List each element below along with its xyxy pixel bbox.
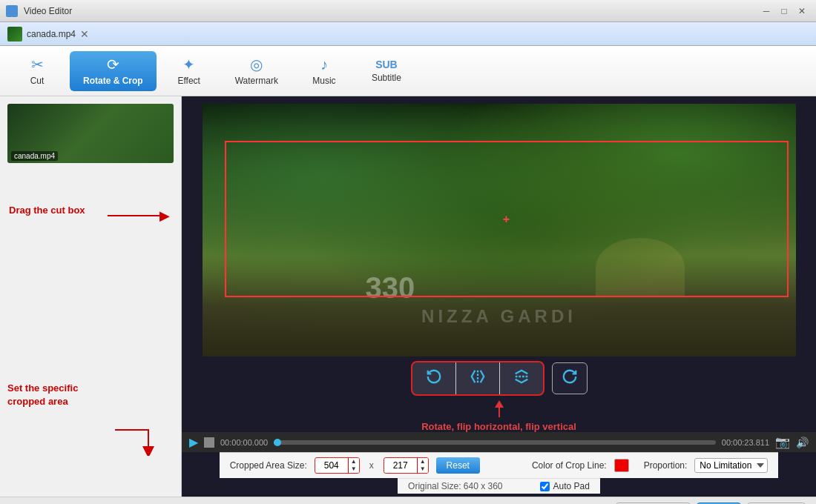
width-input[interactable] [315,459,348,472]
crop-annotation-text: Set the specificcropped area [7,382,78,408]
window-controls: ─ □ ✕ [758,3,810,19]
thumbnail-label: canada.mp4 [11,151,58,161]
rotate-annotation-area: Rotate, flip horizontal, flip vertical [421,399,576,432]
reset-button[interactable]: Reset [436,457,480,474]
video-area: 330 NIZZA GARDI + [182,96,816,497]
tab-subtitle-label: Subtitle [372,73,401,83]
tab-watermark-label: Watermark [235,76,278,86]
original-size-label: Original Size: 640 x 360 [408,481,502,491]
video-container[interactable]: 330 NIZZA GARDI + [203,104,796,357]
tab-cut-label: Cut [30,76,45,86]
file-tab-name[interactable]: canada.mp4 [27,29,76,39]
tab-watermark[interactable]: ◎ Watermark [222,51,292,91]
rotate-button-row [411,361,588,396]
rotate-crop-icon: ⟳ [107,56,119,73]
rotate-ccw-button[interactable] [412,362,456,394]
screenshot-icon[interactable]: 📷 [775,435,790,449]
tab-music-label: Music [312,76,335,86]
umbrella-shape [596,238,685,297]
tab-cut[interactable]: ✂ Cut [7,51,67,91]
height-spinbox-arrows: ▲ ▼ [417,458,428,473]
tab-music[interactable]: ♪ Music [295,51,354,91]
video-number: 330 [366,271,415,305]
proportion-label: Proportion: [644,460,688,471]
flip-horizontal-button[interactable] [456,362,500,394]
play-button[interactable]: ▶ [189,435,198,449]
flip-vertical-button[interactable] [500,362,543,394]
playback-bar: ▶ 00:00:00.000 00:00:23.811 📷 🔊 [182,432,816,452]
file-thumbnail [7,27,22,42]
height-spinbox[interactable]: ▲ ▼ [384,457,429,474]
rotate-button-group [411,361,544,396]
timeline[interactable] [274,440,716,445]
time-end: 00:00:23.811 [722,438,769,447]
rotate-controls-area: Rotate, flip horizontal, flip vertical [411,361,588,432]
tab-effect-label: Effect [177,76,200,86]
stop-button[interactable] [204,437,214,448]
file-tab-row: canada.mp4 ✕ [0,22,816,46]
sidebar: canada.mp4 Drag the cut box ▶ Set the sp… [0,96,182,497]
tab-effect[interactable]: ✦ Effect [159,51,219,91]
crop-color-picker[interactable] [614,459,629,472]
drag-arrow: ▶ [108,208,170,224]
tab-rotate-crop-label: Rotate & Crop [83,76,143,86]
rotate-cw-button[interactable] [552,362,588,394]
rotate-arrow-indicator [492,399,507,421]
timeline-thumb[interactable] [274,439,281,446]
app-icon [6,5,18,17]
crop-annotation: Set the specificcropped area [7,382,78,408]
rotate-annotation-text: Rotate, flip horizontal, flip vertical [421,421,576,432]
autopad-row: Auto Pad [540,481,590,491]
footer: Apply to Apply to All OK Cancel [0,497,816,504]
width-spinbox[interactable]: ▲ ▼ [315,457,360,474]
close-button[interactable]: ✕ [794,3,810,19]
height-input[interactable] [384,459,417,472]
color-label: Color of Crop Line: [532,460,607,471]
video-watermark: NIZZA GARDI [421,306,576,327]
tab-bar: ✂ Cut ⟳ Rotate & Crop ✦ Effect ◎ Waterma… [0,46,816,96]
secondary-controls: Original Size: 640 x 360 Auto Pad [398,478,600,494]
cropped-area-label: Cropped Area Size: [230,460,307,471]
cut-icon: ✂ [31,56,44,73]
main-layout: canada.mp4 Drag the cut box ▶ Set the sp… [0,96,816,497]
autopad-label: Auto Pad [553,481,590,491]
maximize-button[interactable]: □ [776,3,792,19]
height-up-button[interactable]: ▲ [418,458,428,465]
drag-annotation-text: Drag the cut box [9,205,85,216]
volume-icon[interactable]: 🔊 [796,437,809,448]
sidebar-thumbnail: canada.mp4 [7,104,174,163]
time-current: 00:00:00.000 [220,438,268,447]
x-separator: x [369,460,374,471]
bottom-controls: Cropped Area Size: ▲ ▼ x ▲ ▼ Reset Color… [220,452,779,478]
file-tab-close[interactable]: ✕ [80,28,89,40]
minimize-button[interactable]: ─ [758,3,774,19]
width-spinbox-arrows: ▲ ▼ [348,458,359,473]
crop-arrow [111,426,156,458]
proportion-select[interactable]: No Limitation 16:9 4:3 1:1 9:16 [694,458,768,473]
tab-subtitle[interactable]: SUB Subtitle [357,51,416,91]
effect-icon: ✦ [182,56,195,73]
watermark-icon: ◎ [250,56,263,73]
window-title: Video Editor [24,6,72,16]
subtitle-icon: SUB [375,59,398,70]
height-down-button[interactable]: ▼ [418,465,428,473]
drag-annotation: Drag the cut box [9,204,85,217]
autopad-checkbox[interactable] [540,482,550,491]
title-bar: Video Editor ─ □ ✕ [0,0,816,22]
width-up-button[interactable]: ▲ [349,458,359,465]
tab-rotate-crop[interactable]: ⟳ Rotate & Crop [70,51,157,91]
music-icon: ♪ [320,56,328,73]
width-down-button[interactable]: ▼ [349,465,359,473]
